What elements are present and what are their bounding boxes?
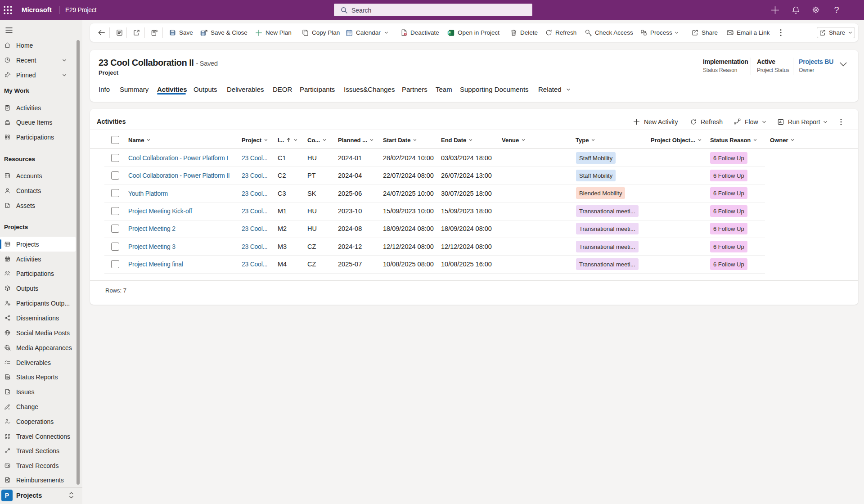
svg-text:P: P bbox=[448, 31, 451, 35]
